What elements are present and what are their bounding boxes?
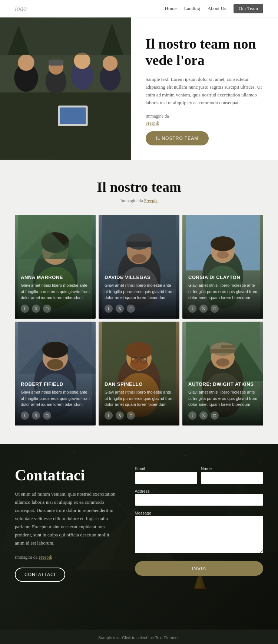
address-label: Address — [135, 489, 150, 493]
svg-point-3 — [18, 55, 34, 71]
team-credit-label: Immagini da — [120, 198, 143, 203]
team-member-desc-4: Glavi amet ritnisi libero molestie ante … — [21, 389, 90, 408]
team-credit: Immagini da Freepik — [15, 198, 263, 204]
team-credit-link[interactable]: Freepik — [144, 198, 158, 203]
contact-section: Contattaci Ut enim ad minim veniam, quis… — [0, 444, 278, 630]
team-social-5: f 𝕏 ◻ — [105, 411, 173, 420]
instagram-icon-1[interactable]: ◻ — [43, 305, 51, 313]
contact-inner: Contattaci Ut enim ad minim veniam, quis… — [15, 466, 263, 582]
contact-credit-link[interactable]: Freepik — [39, 555, 52, 560]
address-input[interactable] — [135, 494, 264, 506]
team-section-title: Il nostro team — [15, 179, 263, 195]
team-social-1: f 𝕏 ◻ — [21, 305, 90, 313]
twitter-icon-1[interactable]: 𝕏 — [32, 305, 40, 313]
nav-ourteam[interactable]: Our Team — [234, 4, 263, 13]
team-member-name-5: DAN SPINELLO — [105, 381, 173, 387]
svg-point-45 — [42, 342, 68, 358]
hero-credit-label: Immagine da — [146, 114, 264, 119]
svg-point-67 — [216, 358, 229, 367]
hero-team-button[interactable]: IL NOSTRO TEAM — [146, 131, 209, 145]
svg-point-35 — [211, 236, 235, 251]
twitter-icon-4[interactable]: 𝕏 — [32, 411, 40, 420]
facebook-icon-3[interactable]: f — [188, 305, 196, 313]
team-member-desc-5: Glavi amet ritnisi libero molestie ante … — [105, 389, 173, 408]
svg-rect-65 — [210, 349, 235, 353]
team-card-1[interactable]: ANNA MARRONE Glavi amet ritnisi libero m… — [15, 215, 96, 319]
contact-description: Ut enim ad minim veniam, quis nostrud ex… — [15, 490, 120, 548]
svg-point-38 — [217, 251, 229, 259]
svg-point-46 — [47, 359, 63, 369]
svg-rect-6 — [49, 60, 63, 66]
team-member-name-4: ROBERT FIFIELD — [21, 381, 90, 387]
instagram-icon-4[interactable]: ◻ — [43, 411, 51, 420]
nav-landing[interactable]: Landing — [184, 6, 200, 12]
team-card-4[interactable]: ROBERT FIFIELD Glavi amet ritnisi libero… — [15, 322, 96, 426]
team-card-overlay-6: AUTORE: DWIGHT ATKINS Glavi amet ritnisi… — [182, 375, 263, 426]
form-row-email-name: Email Name — [135, 466, 264, 484]
contact-left: Contattaci Ut enim ad minim veniam, quis… — [15, 466, 120, 582]
svg-rect-28 — [126, 242, 152, 247]
email-input[interactable] — [135, 472, 197, 484]
contact-credit-label: Immagini da — [15, 555, 37, 560]
facebook-icon-5[interactable]: f — [105, 411, 113, 420]
facebook-icon-2[interactable]: f — [105, 305, 113, 313]
nav-about[interactable]: About Us — [208, 6, 226, 12]
hero-image — [0, 17, 131, 160]
svg-point-29 — [132, 254, 146, 263]
team-member-desc-3: Glavi amet ritnisi libero molestie ante … — [188, 282, 257, 301]
team-grid: ANNA MARRONE Glavi amet ritnisi libero m… — [15, 215, 263, 426]
navbar: logo Home Landing About Us Our Team — [0, 0, 278, 17]
team-card-2[interactable]: DAVIDE VILLEGAS Glavi amet ritnisi liber… — [99, 215, 179, 319]
footer: Sample text. Click to select the Text El… — [0, 630, 278, 644]
form-group-message: Message — [135, 509, 264, 555]
message-textarea[interactable] — [135, 516, 264, 553]
team-card-overlay-1: ANNA MARRONE Glavi amet ritnisi libero m… — [15, 269, 96, 319]
team-member-name-3: CORSIA DI CLAYTON — [188, 275, 257, 280]
team-card-6[interactable]: AUTORE: DWIGHT ATKINS Glavi amet ritnisi… — [182, 322, 263, 426]
team-social-6: f 𝕏 ◻ — [188, 411, 257, 420]
contact-credit: Immagini da Freepik — [15, 555, 120, 560]
instagram-icon-6[interactable]: ◻ — [211, 411, 219, 420]
team-member-name-2: DAVIDE VILLEGAS — [105, 275, 173, 280]
email-label: Email — [135, 466, 197, 471]
form-group-address: Address — [135, 487, 264, 506]
hero-description: Sample text. Lorem ipsum dolor sit amet,… — [146, 76, 264, 106]
svg-point-10 — [103, 56, 118, 71]
twitter-icon-3[interactable]: 𝕏 — [199, 305, 208, 313]
twitter-icon-6[interactable]: 𝕏 — [199, 411, 208, 420]
instagram-icon-2[interactable]: ◻ — [127, 305, 135, 313]
contact-button[interactable]: CONTATTACI — [15, 568, 65, 582]
facebook-icon-1[interactable]: f — [21, 305, 29, 313]
instagram-icon-5[interactable]: ◻ — [127, 411, 135, 420]
nav-home[interactable]: Home — [165, 6, 177, 12]
team-card-5[interactable]: DAN SPINELLO Glavi amet ritnisi libero m… — [99, 322, 179, 426]
name-label: Name — [201, 466, 263, 471]
facebook-icon-4[interactable]: f — [21, 411, 29, 420]
team-card-3[interactable]: CORSIA DI CLAYTON Glavi amet ritnisi lib… — [182, 215, 263, 319]
twitter-icon-2[interactable]: 𝕏 — [116, 305, 124, 313]
footer-text: Sample text. Click to select the Text El… — [6, 635, 272, 640]
hero-content: Il nostro team non vede l'ora Sample tex… — [131, 17, 278, 160]
team-section: Il nostro team Immagini da Freepik — [0, 160, 278, 444]
svg-point-52 — [126, 342, 152, 359]
hero-title: Il nostro team non vede l'ora — [146, 36, 264, 68]
team-member-desc-1: Glavi amet ritnisi libero molestie ante … — [21, 282, 90, 301]
team-member-desc-2: Glavi amet ritnisi libero molestie ante … — [105, 282, 173, 301]
hero-section: Il nostro team non vede l'ora Sample tex… — [0, 17, 278, 160]
name-input[interactable] — [201, 472, 263, 484]
hero-credit-link[interactable]: Freepik — [146, 121, 264, 126]
form-group-email: Email — [135, 466, 197, 484]
team-member-desc-6: Glavi amet ritnisi libero molestie ante … — [188, 389, 257, 408]
team-social-3: f 𝕏 ◻ — [188, 305, 257, 313]
team-member-name-6: AUTORE: DWIGHT ATKINS — [188, 381, 257, 387]
form-group-name: Name — [201, 466, 263, 484]
submit-button[interactable]: INVIA — [135, 561, 264, 576]
team-member-name-1: ANNA MARRONE — [21, 275, 90, 280]
logo: logo — [15, 5, 27, 13]
contact-form: Email Name Address Message INVIA — [135, 466, 264, 576]
instagram-icon-3[interactable]: ◻ — [211, 305, 219, 313]
twitter-icon-5[interactable]: 𝕏 — [116, 411, 124, 420]
team-card-overlay-4: ROBERT FIFIELD Glavi amet ritnisi libero… — [15, 375, 96, 426]
team-social-4: f 𝕏 ◻ — [21, 411, 90, 420]
facebook-icon-6[interactable]: f — [188, 411, 196, 420]
